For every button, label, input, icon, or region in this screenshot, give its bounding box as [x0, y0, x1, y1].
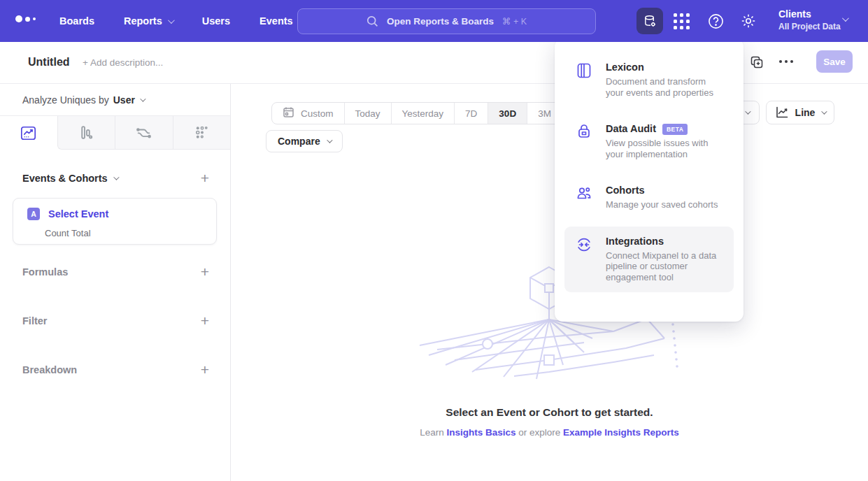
menu-item-description: View possible issues with your implement… — [606, 138, 725, 159]
add-description-field[interactable]: + Add description... — [83, 57, 163, 68]
data-management-button[interactable] — [636, 8, 663, 34]
funnels-bars-icon — [78, 124, 95, 141]
formulas-label: Formulas — [22, 266, 68, 278]
menu-item-title: Cohorts — [606, 184, 645, 197]
database-gear-icon — [643, 14, 657, 29]
select-event-link[interactable]: Select Event — [48, 208, 108, 220]
filter-section: Filter + — [22, 313, 209, 328]
insights-basics-link[interactable]: Insights Basics — [446, 427, 515, 438]
apps-grid-button[interactable] — [674, 13, 690, 29]
chevron-down-icon — [168, 17, 175, 24]
mixpanel-logo[interactable] — [15, 15, 36, 22]
date-range-segmented-control: Custom Today Yesterday 7D 30D 3M 6M — [271, 102, 597, 124]
event-card[interactable]: A Select Event Count Total — [13, 198, 217, 245]
events-cohorts-row: Events & Cohorts + — [22, 171, 209, 185]
menu-item-title: Lexicon — [606, 61, 644, 74]
report-title[interactable]: Untitled — [28, 56, 70, 69]
grid-icon — [674, 13, 690, 29]
global-search-input[interactable]: Open Reports & Boards ⌘ + K — [297, 8, 596, 34]
data-management-menu: Lexicon Document and transform your even… — [555, 38, 744, 322]
search-placeholder: Open Reports & Boards — [387, 16, 494, 27]
menu-item-data-audit[interactable]: Data Audit BETA View possible issues wit… — [564, 114, 734, 169]
add-formula-button[interactable]: + — [201, 264, 209, 279]
project-selector[interactable]: Clients All Project Data — [778, 8, 841, 32]
nav-item-boards[interactable]: Boards — [59, 15, 94, 27]
menu-item-description: Connect Mixpanel to a data pipeline or c… — [606, 250, 725, 283]
chevron-down-icon — [822, 108, 827, 114]
chevron-down-icon — [140, 96, 145, 101]
settings-button[interactable] — [740, 13, 757, 29]
data-audit-icon — [576, 122, 592, 159]
chevron-down-icon — [113, 174, 119, 180]
range-custom[interactable]: Custom — [272, 103, 344, 124]
analyze-label: Analyze Uniques by — [22, 94, 109, 106]
search-icon — [367, 15, 378, 27]
empty-state-subtext: Learn Insights Basics or explore Example… — [231, 427, 868, 438]
query-builder-sidebar: Analyze Uniques by User — [0, 84, 231, 481]
range-7d[interactable]: 7D — [454, 103, 488, 124]
question-circle-icon — [708, 13, 724, 29]
cohorts-people-icon — [576, 184, 592, 210]
primary-nav: Boards Reports Users Events — [59, 0, 293, 42]
search-shortcut: ⌘ + K — [502, 16, 527, 27]
breakdown-label: Breakdown — [22, 364, 77, 375]
chart-style-dropdown[interactable]: Line — [766, 101, 834, 124]
chevron-down-icon — [745, 108, 750, 114]
duplicate-button[interactable] — [750, 55, 764, 72]
range-today[interactable]: Today — [344, 103, 391, 124]
menu-item-integrations[interactable]: Integrations Connect Mixpanel to a data … — [564, 227, 734, 293]
more-options-button[interactable] — [779, 60, 793, 63]
add-breakdown-button[interactable]: + — [201, 362, 209, 377]
top-nav: Boards Reports Users Events Open Reports… — [0, 0, 868, 42]
events-cohorts-dropdown[interactable]: Events & Cohorts — [22, 173, 118, 184]
calendar-icon — [283, 106, 294, 120]
chart-area: Custom Today Yesterday 7D 30D 3M 6M Comp… — [231, 84, 868, 481]
menu-item-cohorts[interactable]: Cohorts Manage your saved cohorts — [564, 175, 734, 220]
insights-line-chart-icon — [20, 124, 37, 142]
example-insights-reports-link[interactable]: Example Insights Reports — [563, 427, 679, 438]
chart-type-tabbar — [0, 116, 230, 150]
tab-retention[interactable] — [173, 116, 231, 150]
save-button[interactable]: Save — [816, 50, 853, 73]
menu-item-lexicon[interactable]: Lexicon Document and transform your even… — [564, 52, 734, 108]
filter-label: Filter — [22, 315, 47, 326]
integrations-sync-icon — [576, 235, 592, 283]
retention-dots-icon — [193, 124, 211, 141]
project-chevron-icon — [842, 15, 849, 22]
tab-flows[interactable] — [115, 116, 173, 150]
beta-badge: BETA — [662, 124, 688, 135]
menu-item-description: Document and transform your events and p… — [606, 76, 725, 98]
add-event-button[interactable]: + — [201, 171, 209, 185]
flows-icon — [135, 124, 152, 141]
project-name: Clients — [778, 8, 841, 21]
project-scope: All Project Data — [778, 21, 841, 32]
lexicon-book-icon — [576, 61, 592, 98]
nav-item-reports[interactable]: Reports — [124, 15, 173, 27]
tab-funnels[interactable] — [57, 116, 115, 150]
breakdown-section: Breakdown + — [22, 362, 209, 377]
gear-icon — [740, 13, 757, 29]
menu-item-title: Data Audit — [606, 122, 656, 136]
range-yesterday[interactable]: Yesterday — [391, 103, 455, 124]
line-chart-icon — [775, 106, 789, 119]
analyze-row: Analyze Uniques by User — [0, 84, 230, 116]
menu-item-description: Manage your saved cohorts — [606, 199, 718, 210]
analyze-value-dropdown[interactable]: User — [113, 94, 144, 106]
help-button[interactable] — [708, 13, 724, 29]
compare-dropdown[interactable]: Compare — [266, 130, 343, 152]
count-total-dropdown[interactable]: Count Total — [45, 228, 91, 238]
duplicate-icon — [750, 55, 764, 69]
tab-insights[interactable] — [0, 116, 57, 150]
nav-item-users[interactable]: Users — [202, 15, 230, 27]
formulas-section: Formulas + — [22, 264, 209, 279]
add-filter-button[interactable]: + — [201, 313, 209, 328]
empty-state-heading: Select an Event or Cohort to get started… — [231, 406, 868, 419]
menu-item-title: Integrations — [606, 235, 664, 248]
chevron-down-icon — [327, 137, 332, 143]
nav-item-events[interactable]: Events — [259, 15, 293, 27]
range-30d[interactable]: 30D — [488, 103, 527, 124]
event-letter-badge: A — [27, 208, 40, 220]
